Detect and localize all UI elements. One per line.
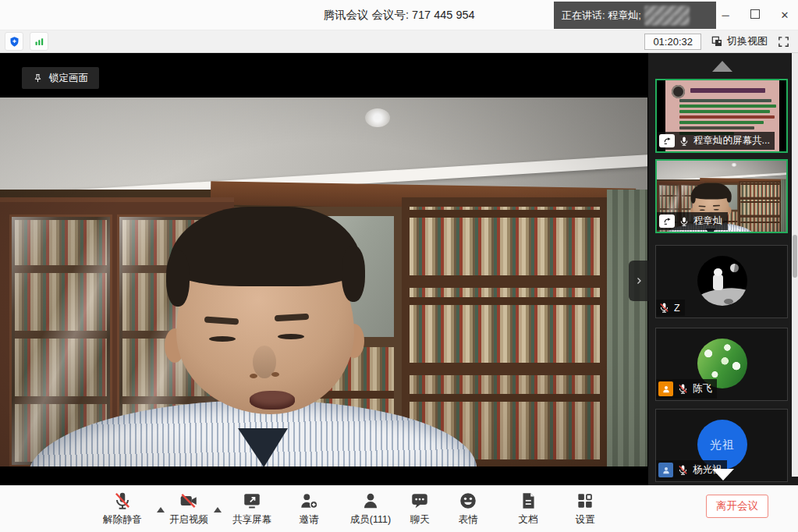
members-icon — [360, 491, 381, 511]
leave-meeting-button[interactable]: 离开会议 — [706, 495, 768, 518]
participant-tile-chengzhangcan[interactable]: 程章灿 — [655, 159, 788, 233]
sidebar-scrollbar-thumb[interactable] — [793, 235, 797, 278]
fullscreen-button[interactable] — [777, 35, 790, 48]
speaking-toast-text: 正在讲话: 程章灿; — [562, 9, 641, 23]
status-bar-right: 01:20:32 切换视图 — [644, 34, 790, 50]
avatar-astronaut — [697, 256, 747, 306]
switch-view-button[interactable]: 切换视图 — [711, 34, 768, 48]
close-button[interactable]: ✕ — [779, 10, 790, 20]
unmute-button[interactable]: 解除静音 — [90, 491, 155, 527]
shield-icon — [9, 36, 20, 48]
pin-icon — [33, 73, 43, 83]
meeting-timer: 01:20:32 — [644, 34, 701, 50]
video-feed — [0, 98, 647, 466]
lock-view-label: 锁定画面 — [49, 72, 88, 85]
curtain — [607, 190, 647, 466]
screen-share-icon — [659, 215, 675, 228]
sidebar-scrollbar[interactable] — [792, 53, 798, 477]
fullscreen-icon — [777, 35, 790, 48]
emoji-label: 表情 — [435, 513, 501, 527]
window-titlebar: 腾讯会议 会议号: 717 445 954 正在讲话: 程章灿; ─ ✕ — [0, 0, 798, 30]
speaking-toast: 正在讲话: 程章灿; — [554, 2, 716, 29]
window-controls: ─ ✕ — [720, 0, 790, 30]
participant-name: 程章灿 — [693, 215, 723, 228]
bookshelf-middle — [234, 207, 402, 466]
start-video-label: 开启视频 — [156, 513, 222, 527]
switch-view-label: 切换视图 — [727, 34, 768, 48]
participant-name: 陈飞 — [693, 382, 712, 395]
security-shield-indicator[interactable] — [5, 32, 23, 51]
share-screen-label: 共享屏幕 — [219, 513, 285, 527]
bookshelf-right — [402, 197, 611, 466]
lock-view-button[interactable]: 锁定画面 — [22, 67, 99, 89]
switch-view-icon — [711, 35, 723, 48]
scroll-down-arrow[interactable] — [712, 469, 734, 481]
participant-label: 程章灿的屏幕共... — [657, 132, 775, 150]
settings-button[interactable]: 设置 — [552, 491, 618, 527]
person-face — [176, 229, 354, 414]
participant-name: Z — [674, 303, 680, 314]
emoji-icon — [458, 491, 478, 511]
bookshelf-left — [0, 197, 234, 466]
sidebar-collapse-handle[interactable] — [629, 261, 648, 301]
start-video-button[interactable]: 开启视频 — [156, 491, 222, 527]
invite-button[interactable]: 邀请 — [276, 491, 342, 527]
mic-muted-icon — [677, 464, 689, 476]
member-badge-icon — [658, 463, 673, 477]
mic-muted-icon — [677, 383, 689, 395]
settings-grid-icon — [575, 491, 595, 511]
participant-label: 程章灿 — [657, 212, 728, 230]
chat-icon — [410, 491, 430, 511]
participant-tile-chenfei[interactable]: 陈飞 — [655, 328, 788, 401]
docs-button[interactable]: 文档 — [495, 491, 561, 527]
minimize-button[interactable]: ─ — [720, 10, 731, 20]
ceiling-lamp — [365, 108, 390, 127]
participant-label: Z — [656, 300, 685, 316]
person-hair — [168, 207, 362, 286]
unmute-label: 解除静音 — [90, 513, 155, 527]
invite-icon — [299, 491, 319, 511]
docs-icon — [518, 491, 538, 511]
slide-seal-logo — [672, 85, 685, 98]
person-torso — [27, 394, 477, 466]
docs-label: 文档 — [495, 513, 561, 527]
signal-bars-icon — [34, 36, 45, 48]
host-badge-icon — [658, 381, 673, 396]
camera-muted-icon — [179, 491, 199, 511]
meeting-stage: 锁定画面 — [0, 53, 798, 485]
network-signal-indicator[interactable] — [30, 32, 48, 51]
mic-muted-icon — [112, 491, 133, 511]
participants-sidebar: 程章灿的屏幕共... — [648, 53, 798, 485]
participant-tile-z[interactable]: Z — [655, 245, 788, 318]
share-screen-button[interactable]: 共享屏幕 — [219, 491, 285, 527]
mic-muted-icon — [658, 302, 670, 314]
bottom-toolbar: 解除静音 开启视频 共享屏幕 邀请 成员(111) 聊天 表情 — [0, 485, 798, 532]
screen-share-icon — [659, 134, 675, 147]
main-speaker-video — [0, 98, 647, 466]
speaker-names-blurred — [644, 5, 690, 26]
invite-label: 邀请 — [276, 513, 342, 527]
participant-label: 陈飞 — [656, 379, 717, 399]
mic-on-icon — [679, 136, 690, 147]
tencent-meeting-window: 腾讯会议 会议号: 717 445 954 正在讲话: 程章灿; ─ ✕ 01:… — [0, 0, 798, 532]
maximize-icon — [750, 9, 760, 19]
chevron-right-icon — [634, 275, 644, 287]
share-screen-icon — [242, 491, 262, 511]
mic-on-icon — [679, 216, 690, 227]
emoji-button[interactable]: 表情 — [435, 491, 501, 527]
scroll-up-arrow[interactable] — [712, 61, 732, 72]
status-bar: 01:20:32 切换视图 — [0, 30, 798, 53]
participant-tile-screen-share[interactable]: 程章灿的屏幕共... — [655, 79, 788, 153]
ceiling — [0, 98, 647, 199]
participant-name: 程章灿的屏幕共... — [693, 134, 770, 147]
settings-label: 设置 — [552, 513, 618, 527]
avatar-text: 光祖 — [710, 438, 735, 452]
maximize-button[interactable] — [750, 9, 761, 20]
